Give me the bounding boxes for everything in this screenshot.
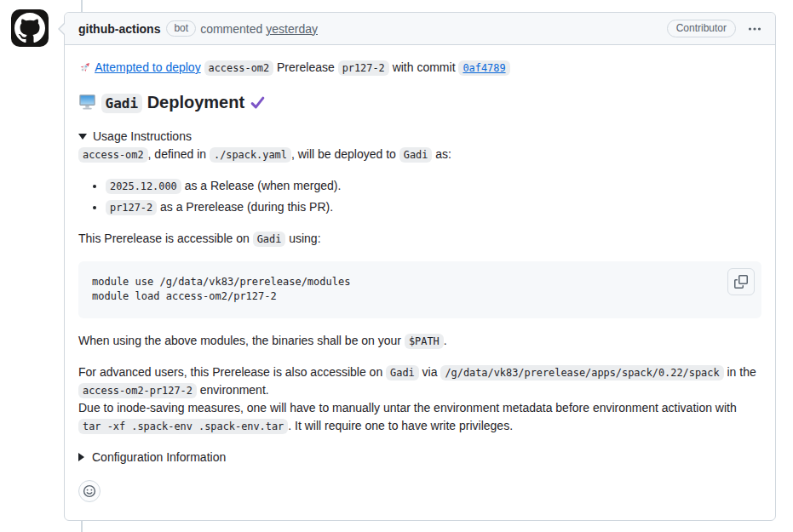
- triangle-right-icon: [78, 453, 84, 461]
- usage-details: Usage Instructions access-om2, defined i…: [78, 128, 761, 435]
- check-icon: [250, 90, 266, 114]
- env-name-code: access-om2-pr127-2: [78, 383, 197, 398]
- access-paragraph: This Prerelease is accessible on Gadi us…: [78, 230, 761, 248]
- kebab-menu-button[interactable]: [736, 20, 761, 37]
- reaction-row: [78, 480, 761, 502]
- deploy-line: Attempted to deploy access-om2 Prereleas…: [78, 59, 761, 77]
- deploy-commit-text: with commit: [389, 60, 459, 74]
- rocket-icon: [78, 59, 92, 77]
- release-version-code: 2025.12.000: [106, 179, 181, 194]
- github-logo-icon: [14, 13, 45, 43]
- triangle-down-icon: [78, 134, 87, 140]
- config-summary[interactable]: Configuration Information: [78, 449, 761, 466]
- spack-path-code: /g/data/vk83/prerelease/apps/spack/0.22/…: [440, 365, 723, 380]
- heading-target-code: Gadi: [101, 94, 143, 113]
- package-code: access-om2: [78, 147, 148, 163]
- code-block: module use /g/data/vk83/prerelease/modul…: [78, 261, 761, 318]
- path-paragraph: When using the above modules, the binari…: [78, 332, 761, 350]
- list-item: 2025.12.000 as a Release (when merged).: [106, 177, 761, 195]
- deploy-info-text: as:: [432, 147, 451, 161]
- target-code: Gadi: [399, 147, 433, 163]
- path-text: .: [444, 334, 447, 347]
- prerelease-code: pr127-2: [338, 60, 389, 76]
- tar-command-code: tar -xf .spack-env .spack-env.tar: [78, 419, 288, 434]
- config-details: Configuration Information: [78, 449, 761, 466]
- target-code: Gadi: [386, 365, 419, 380]
- timestamp-link[interactable]: yesterday: [266, 20, 318, 37]
- path-code: $PATH: [405, 334, 444, 349]
- comment-body: Attempted to deploy access-om2 Prereleas…: [65, 45, 775, 516]
- author-login[interactable]: github-actions: [78, 20, 160, 37]
- advanced-paragraph: For advanced users, this Prerelease is a…: [78, 363, 761, 435]
- deploy-mid-text: Prerelease: [273, 60, 337, 74]
- access-text: using:: [285, 232, 320, 245]
- comment-header: github-actions bot commented yesterday C…: [65, 13, 775, 45]
- list-item-text: as a Prerelease (during this PR).: [157, 200, 333, 214]
- advanced-text: environment.: [197, 383, 269, 397]
- deploy-info-paragraph: access-om2, defined in ./spack.yaml, wil…: [78, 146, 761, 163]
- commit-link[interactable]: 0af4789: [458, 60, 509, 74]
- advanced-text: For advanced users, this Prerelease is a…: [78, 365, 386, 379]
- deployment-heading: Gadi Deployment: [78, 90, 761, 114]
- prerelease-code: pr127-2: [106, 200, 157, 215]
- contributor-badge: Contributor: [667, 20, 736, 37]
- copy-icon: [734, 275, 748, 289]
- copy-button[interactable]: [727, 268, 755, 295]
- kebab-icon: [748, 22, 761, 36]
- list-item-text: as a Release (when merged).: [181, 179, 342, 192]
- usage-details-body: access-om2, defined in ./spack.yaml, wil…: [78, 146, 761, 435]
- smiley-icon: [83, 484, 96, 498]
- package-code: access-om2: [204, 60, 274, 76]
- list-item: pr127-2 as a Prerelease (during this PR)…: [106, 198, 761, 216]
- comment: github-actions bot commented yesterday C…: [64, 12, 776, 521]
- deploy-link[interactable]: Attempted to deploy: [95, 60, 201, 74]
- inode-text: Due to inode-saving measures, one will h…: [78, 401, 737, 415]
- heading-title: Deployment: [142, 93, 250, 112]
- inode-text: . It will require one to have write priv…: [288, 419, 513, 432]
- path-text: When using the above modules, the binari…: [78, 334, 405, 347]
- deploy-info-text: , defined in: [148, 147, 210, 161]
- commented-text: commented: [200, 20, 262, 37]
- code-text: module use /g/data/vk83/prerelease/modul…: [92, 275, 748, 305]
- bullet-list: 2025.12.000 as a Release (when merged). …: [78, 177, 761, 216]
- spack-file-code: ./spack.yaml: [210, 147, 291, 163]
- target-code: Gadi: [253, 232, 286, 247]
- usage-summary[interactable]: Usage Instructions: [78, 128, 761, 146]
- github-actions-avatar[interactable]: [11, 9, 49, 47]
- add-reaction-button[interactable]: [78, 480, 101, 502]
- usage-summary-label: Usage Instructions: [93, 129, 192, 143]
- advanced-text: in the: [724, 365, 756, 379]
- deploy-info-text: , will be deployed to: [291, 147, 399, 161]
- config-summary-label: Configuration Information: [92, 450, 226, 464]
- bot-badge: bot: [166, 20, 196, 37]
- access-text: This Prerelease is accessible on: [78, 232, 253, 245]
- monitor-icon: [78, 90, 96, 114]
- advanced-text: via: [419, 365, 441, 379]
